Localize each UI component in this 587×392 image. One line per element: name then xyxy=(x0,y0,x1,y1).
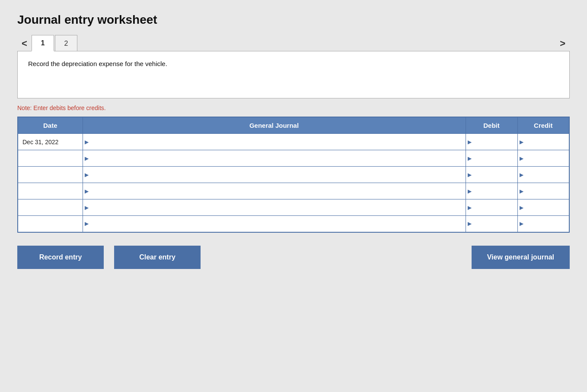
tab-navigation: < 1 2 > xyxy=(17,35,570,51)
journal-cell-4[interactable]: ▶ xyxy=(83,199,466,216)
prev-arrow[interactable]: < xyxy=(17,36,32,51)
credit-cell-4[interactable]: ▶ xyxy=(517,199,569,216)
date-cell-3 xyxy=(18,183,83,199)
journal-input-0[interactable] xyxy=(89,134,464,150)
note-text: Note: Enter debits before credits. xyxy=(17,104,570,111)
debit-input-3[interactable] xyxy=(472,183,516,199)
journal-cell-1[interactable]: ▶ xyxy=(83,150,466,167)
journal-cell-0[interactable]: ▶ xyxy=(83,134,466,150)
credit-cell-5[interactable]: ▶ xyxy=(517,216,569,232)
header-journal: General Journal xyxy=(83,117,466,134)
credit-input-4[interactable] xyxy=(524,199,568,215)
instruction-box: Record the depreciation expense for the … xyxy=(17,51,570,98)
debit-input-0[interactable] xyxy=(472,134,516,150)
credit-input-2[interactable] xyxy=(524,167,568,183)
debit-input-5[interactable] xyxy=(472,216,516,232)
table-row: Dec 31, 2022▶▶▶ xyxy=(18,134,569,150)
credit-input-1[interactable] xyxy=(524,150,568,166)
journal-input-5[interactable] xyxy=(89,216,464,232)
journal-cell-5[interactable]: ▶ xyxy=(83,216,466,232)
date-cell-0: Dec 31, 2022 xyxy=(18,134,83,150)
header-credit: Credit xyxy=(517,117,569,134)
credit-input-5[interactable] xyxy=(524,216,568,232)
journal-cell-2[interactable]: ▶ xyxy=(83,167,466,183)
credit-cell-0[interactable]: ▶ xyxy=(517,134,569,150)
credit-cell-3[interactable]: ▶ xyxy=(517,183,569,199)
clear-entry-button[interactable]: Clear entry xyxy=(114,246,201,269)
journal-input-3[interactable] xyxy=(89,183,464,199)
journal-input-4[interactable] xyxy=(89,199,464,215)
debit-cell-0[interactable]: ▶ xyxy=(466,134,517,150)
tab-2[interactable]: 2 xyxy=(55,35,77,51)
debit-cell-5[interactable]: ▶ xyxy=(466,216,517,232)
debit-cell-2[interactable]: ▶ xyxy=(466,167,517,183)
debit-cell-1[interactable]: ▶ xyxy=(466,150,517,167)
table-row: ▶▶▶ xyxy=(18,199,569,216)
date-cell-1 xyxy=(18,150,83,167)
table-row: ▶▶▶ xyxy=(18,150,569,167)
buttons-row: Record entry Clear entry View general jo… xyxy=(17,246,570,269)
journal-input-1[interactable] xyxy=(89,150,464,166)
table-row: ▶▶▶ xyxy=(18,167,569,183)
journal-input-2[interactable] xyxy=(89,167,464,183)
instruction-text: Record the depreciation expense for the … xyxy=(28,60,559,67)
tab-1[interactable]: 1 xyxy=(32,35,54,51)
date-cell-5 xyxy=(18,216,83,232)
debit-cell-4[interactable]: ▶ xyxy=(466,199,517,216)
journal-cell-3[interactable]: ▶ xyxy=(83,183,466,199)
page-title: Journal entry worksheet xyxy=(17,13,570,27)
table-row: ▶▶▶ xyxy=(18,183,569,199)
view-general-journal-button[interactable]: View general journal xyxy=(472,246,570,269)
header-date: Date xyxy=(18,117,83,134)
table-row: ▶▶▶ xyxy=(18,216,569,232)
debit-input-2[interactable] xyxy=(472,167,516,183)
journal-table: Date General Journal Debit Credit Dec 31… xyxy=(17,117,570,233)
debit-input-1[interactable] xyxy=(472,150,516,166)
credit-cell-2[interactable]: ▶ xyxy=(517,167,569,183)
date-cell-2 xyxy=(18,167,83,183)
credit-cell-1[interactable]: ▶ xyxy=(517,150,569,167)
record-entry-button[interactable]: Record entry xyxy=(17,246,104,269)
debit-input-4[interactable] xyxy=(472,199,516,215)
next-arrow[interactable]: > xyxy=(555,36,570,51)
debit-cell-3[interactable]: ▶ xyxy=(466,183,517,199)
date-cell-4 xyxy=(18,199,83,216)
credit-input-3[interactable] xyxy=(524,183,568,199)
credit-input-0[interactable] xyxy=(524,134,568,150)
header-debit: Debit xyxy=(466,117,517,134)
